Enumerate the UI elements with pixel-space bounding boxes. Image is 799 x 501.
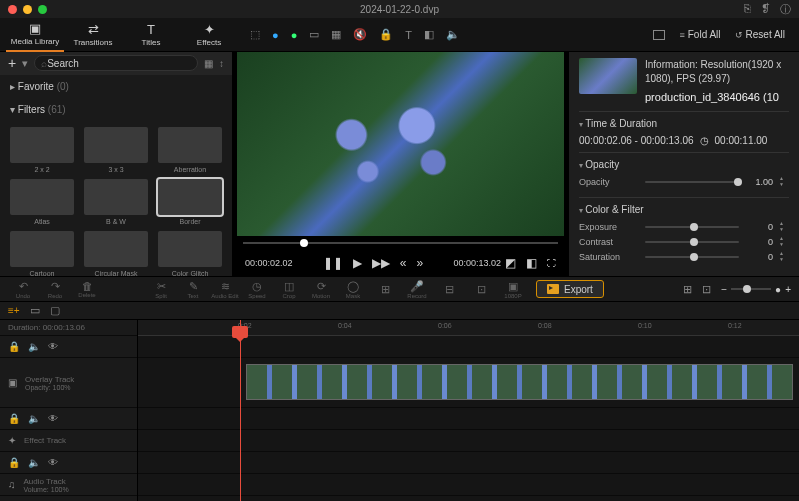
filter-item[interactable]: Aberration: [156, 127, 224, 173]
play-button[interactable]: ▶: [353, 256, 362, 270]
volume-icon[interactable]: 🔈: [446, 28, 460, 41]
track-header[interactable]: 🔒🔈👁: [0, 452, 137, 474]
filter-item[interactable]: Cartoon: [8, 231, 76, 276]
exposure-slider[interactable]: [645, 226, 739, 228]
opacity-stepper[interactable]: ▲▼: [779, 176, 789, 187]
grid-view-icon[interactable]: ▦: [204, 58, 213, 69]
filter-item[interactable]: Atlas: [8, 179, 76, 225]
speed-button[interactable]: ◷Speed: [242, 280, 272, 299]
pause-button[interactable]: ❚❚: [323, 256, 343, 270]
saturation-slider[interactable]: [645, 256, 739, 258]
timeline-toolbar: ↶Undo ↷Redo 🗑Delete ✂Split ✎Text ≋Audio …: [0, 276, 799, 302]
step-back-button[interactable]: «: [400, 256, 407, 270]
tool-button[interactable]: ⊞: [370, 283, 400, 296]
exposure-stepper[interactable]: ▲▼: [779, 221, 789, 232]
media-icon: ▣: [29, 21, 41, 36]
marker-green-icon[interactable]: ●: [291, 29, 298, 41]
filter-item[interactable]: B & W: [82, 179, 150, 225]
fold-all-button[interactable]: ≡ Fold All: [679, 29, 720, 40]
layers-button[interactable]: ◧: [526, 256, 537, 270]
category-filters[interactable]: ▾ Filters (61): [0, 98, 232, 121]
fullscreen-button[interactable]: ⛶: [547, 258, 556, 268]
filter-item[interactable]: 2 x 2: [8, 127, 76, 173]
audio-icon: ♫: [8, 479, 16, 490]
audio-edit-button[interactable]: ≋Audio Edit: [210, 280, 240, 299]
zoom-slider[interactable]: −●+: [721, 284, 791, 295]
preview-scrubber[interactable]: [237, 236, 564, 250]
align-icon[interactable]: ▭: [309, 28, 319, 41]
export-icon: [547, 284, 559, 294]
delete-button[interactable]: 🗑Delete: [72, 280, 102, 298]
snapshot-button[interactable]: ◩: [505, 256, 516, 270]
track-header[interactable]: 🔒🔈👁: [0, 336, 137, 358]
track-header[interactable]: 🔒🔈👁: [0, 408, 137, 430]
play-forward-button[interactable]: ▶▶: [372, 256, 390, 270]
snap-icon[interactable]: ⊡: [702, 283, 711, 296]
tab-transitions[interactable]: ⇄Transitions: [64, 18, 122, 52]
track-add-button[interactable]: ≡+: [8, 305, 20, 316]
search-input[interactable]: ⌕ Search: [34, 55, 198, 71]
resolution-label[interactable]: ▣1080P: [498, 280, 528, 299]
document-title: 2024-01-22-0.dvp: [0, 4, 799, 15]
preview-panel: 00:00:02.02 ❚❚ ▶ ▶▶ « » 00:00:13.02 ◩ ◧ …: [233, 52, 568, 276]
export-button[interactable]: Export: [536, 280, 604, 298]
inspector-panel: Information: Resolution(1920 x 1080), FP…: [568, 52, 799, 276]
timeline-clip[interactable]: [246, 364, 793, 400]
selection-icon[interactable]: ▦: [331, 28, 341, 41]
main-tabs: ▣Media Library ⇄Transitions TTitles ✦Eff…: [0, 18, 799, 52]
tab-effects[interactable]: ✦Effects: [180, 18, 238, 52]
effects-icon: ✦: [204, 22, 215, 37]
mute-icon[interactable]: 🔈: [28, 341, 40, 352]
category-favorite[interactable]: ▸ Favorite (0): [0, 75, 232, 98]
section-color-filter[interactable]: Color & Filter: [579, 204, 789, 215]
redo-button[interactable]: ↷Redo: [40, 280, 70, 299]
filter-item[interactable]: Color Glitch: [156, 231, 224, 276]
mask-button[interactable]: ◯Mask: [338, 280, 368, 299]
track-tool-icon[interactable]: ▭: [30, 304, 40, 317]
filter-item[interactable]: Circular Mask: [82, 231, 150, 276]
playhead[interactable]: [240, 320, 241, 501]
track-effect-header[interactable]: ✦Effect Track: [0, 430, 137, 452]
sort-icon[interactable]: ↕: [219, 58, 224, 69]
saturation-stepper[interactable]: ▲▼: [779, 251, 789, 262]
clock-icon[interactable]: ◷: [700, 135, 709, 146]
tab-titles[interactable]: TTitles: [122, 18, 180, 52]
timeline-tracks[interactable]: 00:00:02.02 0:02 0:04 0:06 0:08 0:10 0:1…: [138, 320, 799, 501]
mute-icon[interactable]: 🔇: [353, 28, 367, 41]
track-audio-header[interactable]: ♫Audio TrackVolume: 100%: [0, 474, 137, 496]
preview-viewport[interactable]: [237, 52, 564, 236]
dropdown-icon[interactable]: ▾: [22, 57, 28, 70]
marker-blue-icon[interactable]: ●: [272, 29, 279, 41]
filter-item[interactable]: Border: [156, 179, 224, 225]
record-button[interactable]: 🎤Record: [402, 280, 432, 299]
reset-all-button[interactable]: ↺ Reset All: [735, 29, 785, 40]
tab-media-library[interactable]: ▣Media Library: [6, 18, 64, 52]
total-time: 00:00:13.02: [431, 258, 501, 268]
timeline-fit-icon[interactable]: ⊞: [683, 283, 692, 296]
step-forward-button[interactable]: »: [417, 256, 424, 270]
adjust-button[interactable]: ⊟: [434, 283, 464, 296]
lock-icon[interactable]: 🔒: [379, 28, 393, 41]
opacity-slider[interactable]: [645, 181, 739, 183]
visibility-icon[interactable]: 👁: [48, 341, 58, 352]
lock-icon[interactable]: 🔒: [8, 341, 20, 352]
contrast-stepper[interactable]: ▲▼: [779, 236, 789, 247]
tool2-button[interactable]: ⊡: [466, 283, 496, 296]
section-time-duration[interactable]: Time & Duration: [579, 118, 789, 129]
marker-out-icon[interactable]: ⬚: [250, 28, 260, 41]
split-button[interactable]: ✂Split: [146, 280, 176, 299]
transitions-icon: ⇄: [88, 22, 99, 37]
panel-toggle-icon[interactable]: [653, 30, 665, 40]
text-button[interactable]: ✎Text: [178, 280, 208, 299]
track-tool2-icon[interactable]: ▢: [50, 304, 60, 317]
filter-item[interactable]: 3 x 3: [82, 127, 150, 173]
track-overlay-header[interactable]: ▣Overlay TrackOpacity: 100%: [0, 358, 137, 408]
crop-button[interactable]: ◫Crop: [274, 280, 304, 299]
highlight-icon[interactable]: ◧: [424, 28, 434, 41]
motion-button[interactable]: ⟳Motion: [306, 280, 336, 299]
add-media-button[interactable]: +: [8, 55, 16, 71]
contrast-slider[interactable]: [645, 241, 739, 243]
text-icon[interactable]: T: [405, 29, 412, 41]
undo-button[interactable]: ↶Undo: [8, 280, 38, 299]
section-opacity[interactable]: Opacity: [579, 159, 789, 170]
